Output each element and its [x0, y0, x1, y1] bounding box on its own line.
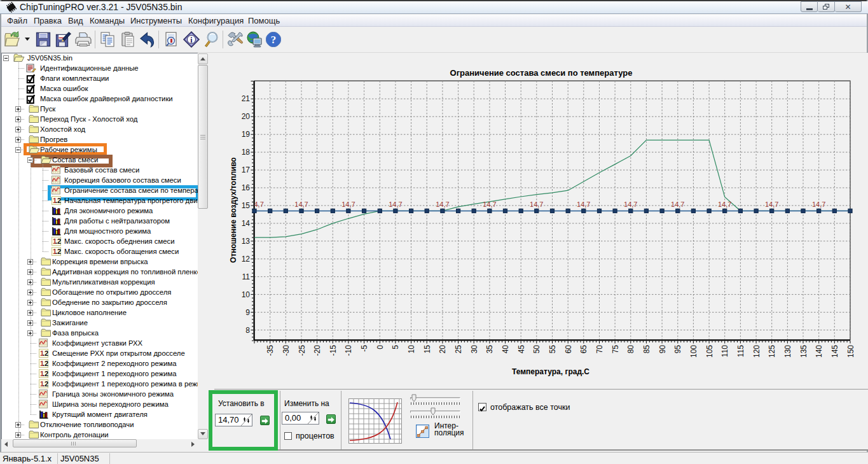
svg-text:50: 50	[532, 345, 541, 354]
svg-text:10: 10	[242, 290, 251, 299]
svg-text:45: 45	[517, 345, 526, 354]
svg-text:105: 105	[705, 345, 714, 358]
svg-text:.2: .2	[55, 237, 61, 245]
svg-text:11: 11	[242, 272, 251, 281]
svg-text:-35: -35	[266, 345, 275, 356]
svg-text:14,7: 14,7	[530, 200, 543, 208]
svg-text:0: 0	[376, 345, 385, 349]
svg-text:125: 125	[768, 345, 776, 358]
svg-text:12: 12	[242, 255, 251, 264]
svg-text:14,7: 14,7	[436, 200, 449, 208]
svg-text:16: 16	[242, 183, 251, 192]
svg-text:60: 60	[564, 345, 573, 354]
svg-text:14: 14	[242, 219, 251, 228]
svg-text:65: 65	[579, 345, 588, 354]
svg-text:5: 5	[391, 345, 400, 349]
svg-text:130: 130	[783, 345, 792, 358]
svg-text:14,7: 14,7	[389, 200, 402, 208]
svg-text:100: 100	[689, 345, 698, 358]
svg-text:8: 8	[245, 326, 250, 335]
svg-text:14,7: 14,7	[765, 200, 778, 208]
svg-text:140: 140	[815, 345, 823, 358]
svg-text:14,7: 14,7	[812, 200, 825, 208]
svg-text:80: 80	[626, 345, 635, 354]
svg-text:Отношение воздух/топливо: Отношение воздух/топливо	[229, 157, 238, 263]
svg-text:55: 55	[548, 345, 557, 354]
svg-text:.2: .2	[55, 197, 61, 204]
svg-text:20: 20	[438, 345, 447, 354]
svg-text:14,7: 14,7	[624, 200, 637, 208]
svg-text:150: 150	[846, 345, 855, 358]
svg-text:.2: .2	[43, 349, 48, 357]
svg-text:?: ?	[271, 34, 277, 46]
svg-text:70: 70	[595, 345, 604, 354]
svg-text:25: 25	[454, 345, 463, 354]
svg-text:145: 145	[830, 345, 839, 358]
svg-text:21: 21	[242, 94, 251, 103]
svg-text:14,7: 14,7	[718, 200, 731, 208]
svg-text:75: 75	[611, 345, 620, 354]
svg-text:15: 15	[423, 345, 432, 354]
svg-text:14,7: 14,7	[341, 200, 355, 208]
svg-text:35: 35	[485, 345, 494, 354]
svg-text:.2: .2	[43, 360, 48, 367]
svg-text:14,7: 14,7	[483, 200, 496, 208]
svg-text:40: 40	[501, 345, 510, 354]
svg-text:.2: .2	[43, 380, 48, 388]
svg-text:.2: .2	[55, 248, 61, 255]
svg-text:115: 115	[736, 345, 745, 357]
svg-text:17: 17	[242, 165, 251, 174]
svg-text:20: 20	[242, 112, 251, 121]
svg-text:13: 13	[242, 237, 251, 246]
svg-text:120: 120	[752, 345, 761, 358]
svg-text:4,7: 4,7	[254, 200, 264, 208]
svg-text:9: 9	[245, 308, 250, 317]
svg-text:95: 95	[673, 345, 682, 354]
svg-text:-5: -5	[360, 345, 369, 352]
svg-text:.2: .2	[43, 370, 48, 377]
svg-text:-15: -15	[329, 345, 338, 356]
svg-text:15: 15	[242, 201, 251, 210]
svg-text:Ограничение состава смеси по т: Ограничение состава смеси по температуре	[450, 68, 633, 78]
svg-text:14,7: 14,7	[577, 200, 590, 208]
svg-text:110: 110	[720, 345, 729, 357]
svg-text:14,7: 14,7	[294, 200, 308, 208]
svg-text:18: 18	[242, 148, 251, 157]
svg-text:19: 19	[242, 130, 251, 139]
svg-text:85: 85	[642, 345, 651, 354]
svg-text:10: 10	[407, 345, 416, 354]
svg-text:14,7: 14,7	[671, 200, 684, 208]
svg-text:-20: -20	[313, 345, 322, 356]
svg-text:-25: -25	[298, 345, 307, 356]
svg-text:90: 90	[658, 345, 667, 354]
svg-text:Температура, град.С: Температура, град.С	[512, 367, 589, 376]
svg-text:30: 30	[470, 345, 479, 354]
svg-text:-10: -10	[344, 345, 353, 356]
svg-text:-30: -30	[282, 345, 291, 356]
svg-text:135: 135	[799, 345, 808, 358]
